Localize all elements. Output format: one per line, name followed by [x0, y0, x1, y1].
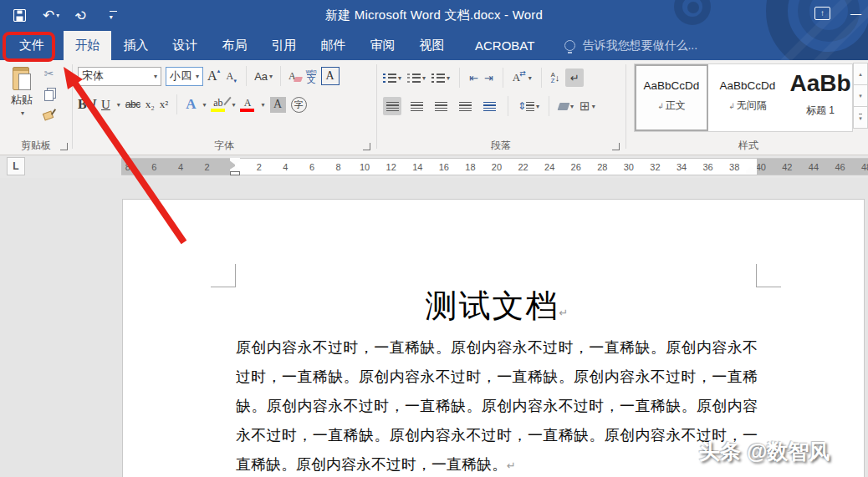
- word-window: ↶ ▾ ↻ ▾ 新建 Microsoft Word 文档.docx - Word…: [0, 0, 868, 477]
- gallery-scroll-up-button[interactable]: ▴: [853, 63, 868, 85]
- show-hide-marks-button[interactable]: ↵: [565, 69, 584, 87]
- tab-file[interactable]: 文件: [8, 31, 55, 60]
- style-card-no-spacing[interactable]: AaBbCcDd ↲无间隔: [708, 64, 787, 131]
- borders-icon: ⊞: [580, 99, 590, 114]
- tab-mailings[interactable]: 邮件: [309, 31, 358, 60]
- text-effects-button[interactable]: A: [186, 96, 196, 113]
- paragraph-dialog-launcher-icon[interactable]: [612, 143, 620, 150]
- format-painter-button[interactable]: [43, 109, 54, 119]
- font-name-select[interactable]: 宋体 ▾: [78, 67, 161, 86]
- paste-label: 粘贴: [11, 93, 33, 108]
- chevron-down-icon[interactable]: ▾: [261, 101, 264, 109]
- bold-button[interactable]: B: [78, 97, 87, 112]
- left-indent-marker[interactable]: [230, 171, 240, 175]
- grow-font-button[interactable]: A▲: [207, 69, 222, 84]
- clipboard-group: 粘贴 ▾ ✂ 剪贴板: [0, 60, 72, 155]
- tab-review[interactable]: 审阅: [358, 31, 407, 60]
- style-card-normal[interactable]: AaBbCcDd ↲正文: [635, 64, 708, 131]
- paragraph-mark-icon: ↵: [559, 307, 569, 319]
- tell-me-placeholder: 告诉我您想要做什么...: [582, 38, 697, 53]
- clipboard-dialog-launcher-icon[interactable]: [60, 143, 68, 150]
- document-body[interactable]: 原创内容永不过时，一直稀缺。原创内容永不过时，一直稀缺。原创内容永不 过时，一直…: [236, 333, 758, 477]
- borders-button[interactable]: ⊞▾: [580, 99, 595, 114]
- phonetic-guide-button[interactable]: wén文: [306, 69, 317, 84]
- font-size-value: 小四: [170, 69, 191, 84]
- caret-up-icon: ▲: [217, 69, 222, 74]
- styles-group: AaBbCcDd ↲正文 AaBbCcDd ↲无间隔 AaBb 标题 1 ▴ ▾…: [629, 60, 868, 155]
- numbering-button[interactable]: ▾: [407, 73, 426, 83]
- ruler-row: L 8 6 4 2 2 4 6 8 10 12: [0, 155, 868, 178]
- font-dialog-launcher-icon[interactable]: [363, 143, 370, 150]
- font-color-swatch: [240, 109, 254, 112]
- change-case-button[interactable]: Aa▾: [254, 70, 273, 83]
- chevron-down-icon[interactable]: ▾: [117, 101, 120, 109]
- character-shading-button[interactable]: A: [270, 97, 286, 113]
- distribute-button[interactable]: [480, 97, 498, 115]
- font-size-select[interactable]: 小四 ▾: [166, 67, 203, 86]
- ribbon: 粘贴 ▾ ✂ 剪贴板 宋体 ▾ 小四 ▾: [0, 60, 868, 155]
- clear-formatting-button[interactable]: A: [288, 70, 302, 83]
- copy-button[interactable]: [44, 90, 54, 101]
- divider: [280, 66, 281, 86]
- window-controls: ↑ —: [814, 7, 861, 20]
- cut-button[interactable]: ✂: [44, 67, 54, 80]
- tab-insert[interactable]: 插入: [111, 31, 161, 60]
- sort-button[interactable]: AZ↓: [551, 72, 560, 84]
- asian-layout-button[interactable]: A⇄▾: [513, 71, 532, 84]
- paragraph-group-label: 段落: [378, 139, 624, 153]
- watermark: 头条 @数智风: [699, 438, 866, 465]
- numbered-list-icon: [407, 73, 421, 83]
- paragraph-mark-icon: ↵: [507, 459, 516, 472]
- justify-button[interactable]: [456, 97, 474, 115]
- align-right-button[interactable]: [431, 97, 450, 115]
- highlight-color-button[interactable]: ab: [211, 98, 225, 112]
- divider: [459, 68, 460, 88]
- bullet-list-icon: [383, 73, 396, 83]
- tab-stop-selector[interactable]: L: [7, 157, 25, 175]
- tab-references[interactable]: 引用: [259, 31, 309, 60]
- subscript-button[interactable]: x₂: [146, 98, 155, 111]
- bullets-button[interactable]: ▾: [383, 73, 401, 83]
- paste-button[interactable]: 粘贴 ▾: [4, 65, 39, 117]
- tell-me-search[interactable]: 告诉我您想要做什么...: [564, 31, 697, 60]
- chevron-down-icon[interactable]: ▾: [232, 101, 235, 109]
- tab-layout[interactable]: 布局: [210, 31, 259, 60]
- body-line: 永不过时，一直稀缺。原创内容永不过时，一直稀缺。原创内容永不过时，一: [236, 421, 758, 450]
- tab-home[interactable]: 开始: [64, 31, 111, 60]
- shading-button[interactable]: ▾: [559, 103, 574, 110]
- chevron-down-icon: ▾: [196, 73, 199, 80]
- lines-icon: [526, 102, 534, 111]
- tab-design[interactable]: 设计: [161, 31, 210, 60]
- minimize-button[interactable]: —: [850, 8, 861, 20]
- document-page[interactable]: 测试文档↵ 原创内容永不过时，一直稀缺。原创内容永不过时，一直稀缺。原创内容永不…: [122, 199, 865, 477]
- multilevel-list-button[interactable]: ▾: [431, 73, 450, 83]
- body-line: 直稀缺。原创内容永不过时，一直稀缺。↵: [236, 450, 758, 477]
- align-left-button[interactable]: [383, 97, 401, 115]
- gallery-scroll-down-button[interactable]: ▾: [853, 84, 868, 107]
- superscript-button[interactable]: x²: [160, 98, 168, 111]
- style-card-heading1[interactable]: AaBb 标题 1: [787, 64, 853, 131]
- divider: [549, 96, 549, 116]
- document-heading[interactable]: 测试文档↵: [236, 285, 758, 327]
- tab-acrobat[interactable]: ACROBAT: [463, 31, 546, 60]
- tab-view[interactable]: 视图: [407, 31, 457, 60]
- italic-button[interactable]: I: [92, 97, 96, 112]
- horizontal-ruler[interactable]: 8 6 4 2 2 4 6 8 10 12 14 16 18 20: [121, 155, 868, 178]
- decrease-indent-button[interactable]: ⇤: [469, 72, 478, 84]
- chevron-down-icon[interactable]: ▾: [202, 101, 206, 109]
- line-spacing-button[interactable]: ⇕▾: [518, 100, 539, 112]
- gallery-more-button[interactable]: ▾: [853, 106, 868, 129]
- align-center-button[interactable]: [407, 97, 426, 115]
- character-border-button[interactable]: A: [321, 67, 340, 85]
- chevron-down-icon: ▾: [21, 109, 24, 117]
- document-canvas: 测试文档↵ 原创内容永不过时，一直稀缺。原创内容永不过时，一直稀缺。原创内容永不…: [0, 178, 868, 477]
- ribbon-display-options-button[interactable]: ↑: [814, 7, 830, 20]
- increase-indent-button[interactable]: ⇥: [484, 72, 493, 84]
- shrink-font-button[interactable]: A▼: [227, 70, 239, 83]
- enclose-characters-button[interactable]: 字: [291, 97, 307, 113]
- strikethrough-button[interactable]: abc: [125, 99, 140, 110]
- ribbon-tab-bar: 文件 开始 插入 设计 布局 引用 邮件 审阅 视图 ACROBAT 告诉我您想…: [0, 31, 868, 60]
- font-color-button[interactable]: A: [240, 98, 254, 112]
- underline-button[interactable]: U: [101, 98, 110, 112]
- divider: [246, 66, 247, 86]
